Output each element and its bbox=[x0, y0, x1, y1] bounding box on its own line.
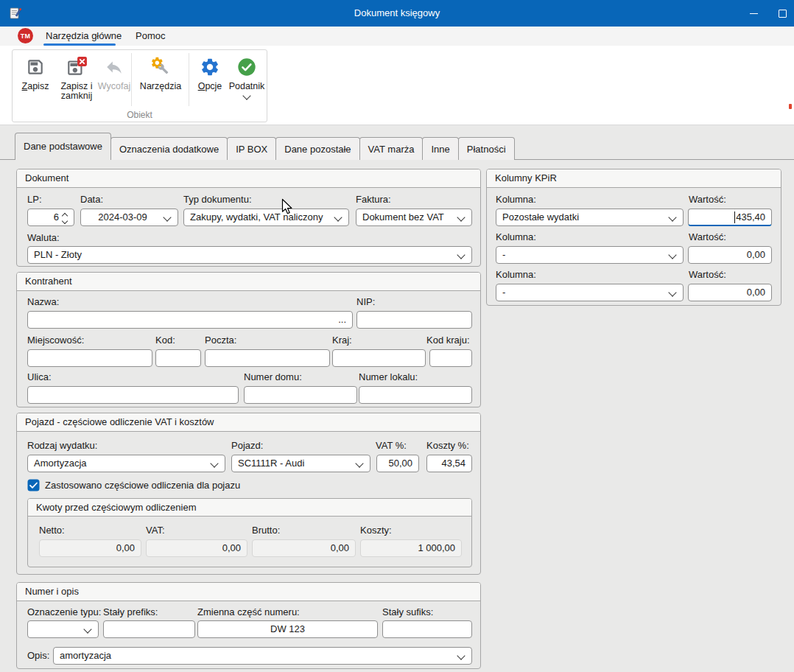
save-icon bbox=[26, 55, 45, 80]
opcje-label: Opcje bbox=[198, 82, 222, 91]
kod-kraju-input[interactable] bbox=[429, 349, 472, 367]
undo-icon bbox=[105, 55, 124, 80]
numer-domu-label: Numer domu: bbox=[244, 371, 302, 382]
tab-inne[interactable]: Inne bbox=[422, 137, 458, 160]
nip-input[interactable] bbox=[356, 311, 472, 329]
numer-domu-input[interactable] bbox=[244, 386, 357, 404]
opcje-button[interactable]: Opcje bbox=[193, 52, 227, 108]
minimize-icon bbox=[750, 13, 758, 14]
poczta-input[interactable] bbox=[205, 349, 330, 367]
opis-label: Opis: bbox=[27, 650, 49, 661]
maximize-button[interactable] bbox=[770, 0, 794, 27]
ribbon-tab-pomoc[interactable]: Pomoc bbox=[136, 27, 165, 46]
tab-dane-pozostale[interactable]: Dane pozostałe bbox=[275, 137, 359, 160]
data-dropdown[interactable]: 2024-03-09 bbox=[80, 209, 178, 226]
numer-lokalu-label: Numer lokalu: bbox=[359, 371, 418, 382]
numer-lokalu-input[interactable] bbox=[359, 386, 472, 404]
nazwa-label: Nazwa: bbox=[27, 296, 59, 307]
oznaczenie-typu-dropdown[interactable] bbox=[27, 620, 99, 638]
group-pojazd-title: Pojazd - częściowe odliczenie VAT i kosz… bbox=[17, 413, 480, 432]
gear-icon bbox=[200, 55, 220, 80]
koszty-input: 1 000,00 bbox=[360, 539, 462, 557]
lp-input[interactable]: 6 bbox=[27, 209, 74, 226]
zmienna-czesc-input[interactable]: DW 123 bbox=[197, 620, 378, 638]
tab-dane-podstawowe[interactable]: Dane podstawowe bbox=[15, 133, 111, 160]
check-circle-icon bbox=[236, 55, 257, 80]
nazwa-input[interactable]: ... bbox=[27, 311, 353, 329]
lp-label: LP: bbox=[27, 194, 42, 205]
chevron-down-icon bbox=[83, 625, 91, 633]
poczta-label: Poczta: bbox=[205, 335, 236, 346]
brutto-label: Brutto: bbox=[252, 525, 280, 536]
narzedzia-button[interactable]: Narzędzia bbox=[136, 52, 186, 108]
group-dokument: Dokument LP: Data: Typ dokumentu: Faktur… bbox=[16, 169, 481, 267]
ribbon-separator bbox=[131, 53, 132, 106]
czesciowe-odliczenia-checkbox[interactable] bbox=[27, 479, 40, 491]
czesciowe-odliczenia-checkbox-label[interactable]: Zastosowano częściowe odliczenia dla poj… bbox=[45, 480, 240, 491]
vat-input: 0,00 bbox=[146, 539, 247, 557]
chevron-down-icon bbox=[668, 288, 676, 296]
podatnik-button[interactable]: Podatnik bbox=[227, 52, 267, 108]
zapisz-label: Zapisz bbox=[22, 82, 49, 91]
opis-dropdown[interactable]: amortyzacja bbox=[53, 647, 472, 665]
rodzaj-wydatku-dropdown[interactable]: Amortyzacja bbox=[27, 455, 225, 472]
koszty-procent-input[interactable]: 43,54 bbox=[426, 455, 472, 472]
app-logo[interactable]: TM bbox=[18, 28, 33, 43]
ulica-input[interactable] bbox=[27, 386, 239, 404]
waluta-dropdown[interactable]: PLN - Złoty bbox=[27, 246, 472, 264]
tab-vat-marza[interactable]: VAT marża bbox=[359, 137, 424, 160]
miejscowosc-label: Miejscowość: bbox=[27, 335, 84, 346]
vat-procent-input[interactable]: 50,00 bbox=[376, 455, 419, 472]
koszty-procent-label: Koszty %: bbox=[426, 440, 469, 451]
typ-dokumentu-dropdown[interactable]: Zakupy, wydatki, VAT naliczony bbox=[183, 209, 349, 226]
chevron-down-icon bbox=[334, 213, 342, 221]
group-kpir-title: Kolumny KPiR bbox=[487, 169, 781, 188]
tab-ip-box[interactable]: IP BOX bbox=[227, 137, 276, 160]
ellipsis-button[interactable]: ... bbox=[338, 312, 346, 328]
kolumna-dropdown-2[interactable]: - bbox=[496, 246, 684, 264]
chevron-down-icon bbox=[163, 213, 171, 221]
tools-icon bbox=[149, 55, 172, 80]
group-kontrahent-title: Kontrahent bbox=[17, 273, 480, 291]
zapisz-button[interactable]: Zapisz bbox=[15, 52, 55, 108]
ribbon-separator bbox=[189, 53, 189, 106]
edge-artifact bbox=[789, 104, 792, 109]
wartosc-input-1[interactable]: 435,40 bbox=[688, 209, 772, 226]
minimize-button[interactable] bbox=[737, 0, 770, 27]
zapisz-i-zamknij-button[interactable]: Zapisz i zamknij bbox=[55, 52, 98, 108]
pojazd-dropdown[interactable]: SC1111R - Audi bbox=[231, 455, 370, 472]
chevron-down-icon bbox=[457, 251, 465, 259]
kraj-input[interactable] bbox=[332, 349, 426, 367]
wartosc-input-2[interactable]: 0,00 bbox=[688, 246, 772, 264]
tab-oznaczenia-dodatkowe[interactable]: Oznaczenia dodatkowe bbox=[110, 137, 228, 160]
zapisz-i-zamknij-label: Zapisz i zamknij bbox=[55, 82, 98, 101]
ulica-label: Ulica: bbox=[27, 371, 52, 382]
kod-label: Kod: bbox=[155, 335, 175, 346]
wartosc-label: Wartość: bbox=[689, 269, 726, 280]
koszty-label: Koszty: bbox=[360, 525, 392, 536]
nip-label: NIP: bbox=[356, 296, 375, 307]
brutto-input: 0,00 bbox=[252, 539, 356, 557]
oznaczenie-typu-label: Oznaczenie typu: bbox=[27, 606, 101, 617]
wycofaj-label: Wycofaj bbox=[98, 82, 130, 91]
group-numer-i-opis: Numer i opis Oznaczenie typu: Stały pref… bbox=[16, 582, 481, 669]
chevron-down-icon bbox=[457, 213, 465, 221]
kolumna-dropdown-1[interactable]: Pozostałe wydatki bbox=[496, 209, 684, 226]
tab-platnosci[interactable]: Płatności bbox=[458, 137, 515, 160]
kolumna-dropdown-3[interactable]: - bbox=[496, 284, 684, 301]
faktura-dropdown[interactable]: Dokument bez VAT bbox=[356, 209, 472, 226]
staly-sufiks-input[interactable] bbox=[382, 620, 472, 638]
wartosc-input-3[interactable]: 0,00 bbox=[688, 284, 772, 301]
chevron-down-icon bbox=[668, 213, 676, 221]
kolumna-label: Kolumna: bbox=[496, 269, 536, 280]
ribbon-tab-row: TM Narzędzia główne Pomoc bbox=[0, 27, 794, 46]
group-kwoty-title: Kwoty przed częściowym odliczeniem bbox=[28, 499, 471, 517]
spinner-icon[interactable] bbox=[61, 209, 68, 226]
kod-input[interactable] bbox=[155, 349, 201, 367]
group-kolumny-kpir: Kolumny KPiR Kolumna: Wartość: Pozostałe… bbox=[486, 169, 781, 306]
page-tab-strip: Dane podstawowe Oznaczenia dodatkowe IP … bbox=[15, 133, 514, 160]
vat-procent-label: VAT %: bbox=[376, 440, 407, 451]
miejscowosc-input[interactable] bbox=[27, 349, 152, 367]
wycofaj-button[interactable]: Wycofaj bbox=[98, 52, 130, 108]
staly-prefiks-input[interactable] bbox=[103, 620, 195, 638]
